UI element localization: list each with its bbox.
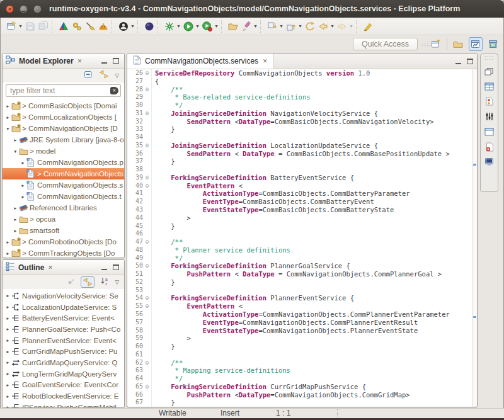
model-explorer-minimize-icon[interactable]	[101, 58, 107, 64]
code-line[interactable]: 63 * Mapping service-definitions	[127, 366, 477, 375]
mark-occurrences-icon[interactable]	[239, 20, 253, 33]
robot-bell-icon[interactable]	[96, 20, 110, 33]
code-line[interactable]: 56 ActivationType=CommNavigationObjects.…	[127, 310, 477, 319]
editor-tab-close-icon[interactable]: ✕	[263, 58, 268, 64]
code-line[interactable]: 34	[127, 133, 477, 142]
code-line[interactable]: 51 PushPattern < DataType = CommNavigati…	[127, 270, 477, 278]
outline-item[interactable]: ▸BatteryEventService: Event<	[3, 312, 124, 324]
mark-occurrences-menu-icon[interactable]: ▾	[253, 23, 258, 29]
expand-arrow-icon[interactable]: ▸	[4, 115, 11, 120]
overview-ruler[interactable]	[472, 69, 477, 407]
expand-arrow-icon[interactable]: ▸	[4, 338, 11, 343]
outline-minimize-icon[interactable]	[101, 264, 107, 270]
editor-tab[interactable]: CommNavigationObjects.services ✕	[127, 54, 274, 69]
model-explorer-tab[interactable]: Model Explorer	[19, 57, 74, 65]
link-with-editor-icon[interactable]	[99, 70, 109, 81]
highlighter-icon[interactable]	[361, 20, 374, 33]
expand-arrow-icon[interactable]: ▸	[4, 360, 11, 365]
code-line[interactable]: 47⊖ /**	[127, 238, 477, 246]
tree-item[interactable]: ▸> CommLocalizationObjects [	[3, 111, 124, 123]
outline-item[interactable]: ▸RobotBlockedEventService: E	[3, 390, 124, 402]
tree-item[interactable]: ▸Referenced Libraries	[3, 202, 124, 213]
outline-item[interactable]: ▸PlannerEventService: Event<	[3, 335, 124, 346]
tree-item[interactable]: ▸MCommNavigationObjects.p	[3, 157, 124, 168]
expand-arrow-icon[interactable]: ▸	[4, 304, 11, 310]
code-line[interactable]: 55⊖ EventPattern <	[127, 302, 477, 310]
fold-marker-icon[interactable]: ⊖	[143, 86, 152, 94]
tree-item[interactable]: ▸> CommTrackingObjects [Do	[3, 247, 124, 258]
build-icon[interactable]	[57, 20, 70, 33]
expand-arrow-icon[interactable]: ▸	[12, 205, 19, 211]
code-line[interactable]: 62⊖ /**	[127, 359, 477, 367]
expand-arrow-icon[interactable]: ▸	[12, 137, 19, 143]
fold-marker-icon[interactable]: ⊖	[143, 182, 152, 190]
close-window-icon[interactable]: ✕	[6, 5, 14, 13]
code-line[interactable]: 54⊖ ForkingServiceDefinition PlannerEven…	[127, 294, 477, 302]
problems-view-icon[interactable]	[484, 142, 495, 152]
tree-item[interactable]: ▸smartsoft	[3, 225, 124, 236]
fold-marker-icon[interactable]: ⊖	[143, 110, 152, 118]
expand-arrow-icon[interactable]: ▸	[20, 194, 26, 200]
editor-maximize-icon[interactable]	[467, 59, 473, 64]
type-filter-input[interactable]	[6, 84, 121, 97]
back-menu-icon[interactable]: ▾	[329, 23, 335, 29]
expand-arrow-icon[interactable]: ▸	[12, 228, 19, 234]
code-line[interactable]: 57 EventType=CommNavigationObjects.CommP…	[127, 319, 477, 327]
code-line[interactable]: 35⊖ JoiningServiceDefinition Localizatio…	[127, 142, 477, 150]
outline-item[interactable]: ▸GoalEventService: Event<Cor	[3, 380, 124, 391]
expand-arrow-icon[interactable]: ▸	[4, 103, 11, 109]
tree-item[interactable]: ▾> CommNavigationObjects [D	[3, 123, 124, 134]
expand-arrow-icon[interactable]: ▸	[4, 239, 11, 245]
model-explorer-close-icon[interactable]: ✕	[77, 58, 83, 64]
sort-icon[interactable]: az	[100, 276, 109, 288]
properties-view-icon[interactable]	[484, 81, 495, 91]
strip-drag-handle[interactable]: ········	[484, 55, 494, 61]
quick-access-button[interactable]: Quick Access	[353, 38, 418, 50]
expand-arrow-icon[interactable]: ▸	[4, 371, 11, 377]
expand-arrow-icon[interactable]: ▸	[4, 293, 11, 298]
code-line[interactable]: 27{	[127, 77, 477, 86]
tree-item[interactable]: ▾> model	[3, 145, 124, 157]
code-line[interactable]: 28⊖ /**	[127, 86, 477, 94]
clear-filter-icon[interactable]: ✕	[110, 87, 118, 94]
code-line[interactable]: 29 * Base-related service-definitions	[127, 93, 477, 101]
code-line[interactable]: 50⊖ ForkingServiceDefinition PlannerGoal…	[127, 262, 477, 270]
run-icon[interactable]	[181, 20, 195, 33]
code-line[interactable]: 36 SendPattern < DataType = CommBasicObj…	[127, 150, 477, 158]
expand-arrow-icon[interactable]: ▸	[4, 404, 11, 407]
code-line[interactable]: 66 PushPattern <DataType=CommNavigationO…	[127, 391, 477, 399]
code-line[interactable]: 52 }	[127, 278, 477, 287]
profile-menu-icon[interactable]: ▾	[214, 23, 219, 29]
new-wizard-menu-icon[interactable]: ▾	[18, 23, 23, 29]
next-annotation-icon[interactable]	[265, 20, 278, 33]
tree-item[interactable]: ▸JRE System Library [java-8-o	[3, 134, 124, 145]
code-line[interactable]: 67 }	[127, 399, 477, 407]
collapse-all-icon[interactable]	[84, 70, 93, 81]
code-line[interactable]: 48 * Planner service definitions	[127, 246, 477, 254]
fold-marker-icon[interactable]: ⊖	[143, 69, 152, 77]
collapse-arrow-icon[interactable]: ▾	[4, 126, 11, 132]
code-line[interactable]: 37 }	[127, 157, 477, 166]
outline-item[interactable]: ▸CurrGridMapQueryService: Q	[3, 357, 124, 368]
code-line[interactable]: 30 */	[127, 101, 477, 110]
tree-item[interactable]: ▸> CommRobotinoObjects [Do	[3, 236, 124, 247]
expand-arrow-icon[interactable]: ▸	[4, 382, 11, 388]
code-area[interactable]: 26⊖ServiceDefRepository CommNavigationOb…	[127, 69, 477, 407]
fold-marker-icon[interactable]: ⊖	[143, 294, 152, 302]
globe-icon[interactable]	[142, 20, 156, 33]
expand-arrow-icon[interactable]: ▸	[4, 251, 11, 256]
fold-marker-icon[interactable]: ⊖	[143, 302, 152, 310]
generate-code-icon[interactable]	[70, 20, 83, 33]
previous-annotation-icon[interactable]	[284, 20, 297, 33]
code-line[interactable]: 44 >	[127, 214, 477, 222]
fold-marker-icon[interactable]: ⊖	[143, 359, 152, 367]
modeling-perspective-icon[interactable]	[469, 37, 483, 51]
code-line[interactable]: 40⊖ EventPattern <	[127, 182, 477, 190]
last-edit-location-icon[interactable]	[303, 20, 316, 33]
fold-marker-icon[interactable]: ⊖	[143, 142, 152, 150]
outline-link-with-editor-icon[interactable]	[81, 276, 94, 288]
code-line[interactable]: 60 }	[127, 343, 477, 351]
outline-item[interactable]: ▸NavigationVelocityService: Se	[3, 290, 124, 302]
debug-menu-icon[interactable]: ▾	[176, 23, 181, 29]
fold-marker-icon[interactable]: ⊖	[143, 238, 152, 246]
